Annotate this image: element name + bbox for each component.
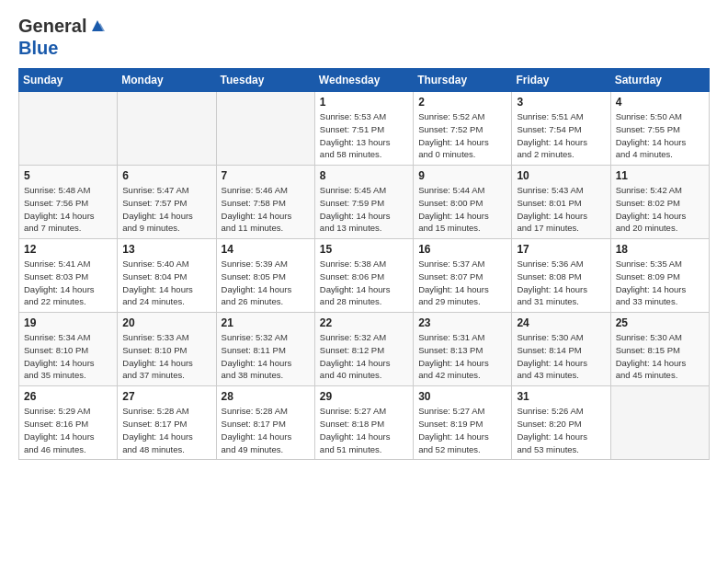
day-number: 29 [320, 390, 408, 403]
day-number: 26 [24, 390, 112, 403]
calendar-cell: 18Sunrise: 5:35 AM Sunset: 8:09 PM Dayli… [610, 239, 709, 313]
calendar-cell [610, 386, 709, 460]
day-info: Sunrise: 5:48 AM Sunset: 7:56 PM Dayligh… [24, 184, 112, 235]
calendar-cell [118, 92, 216, 166]
logo-blue-text: Blue [18, 37, 58, 59]
day-number: 18 [616, 243, 704, 256]
day-number: 28 [222, 390, 310, 403]
calendar-cell: 15Sunrise: 5:38 AM Sunset: 8:06 PM Dayli… [314, 239, 413, 313]
calendar-cell: 2Sunrise: 5:52 AM Sunset: 7:52 PM Daylig… [414, 92, 512, 166]
calendar-cell: 12Sunrise: 5:41 AM Sunset: 8:03 PM Dayli… [19, 239, 118, 313]
day-number: 3 [517, 96, 605, 109]
day-number: 24 [517, 316, 605, 329]
day-number: 9 [418, 169, 506, 182]
calendar-cell: 3Sunrise: 5:51 AM Sunset: 7:54 PM Daylig… [512, 92, 610, 166]
calendar-cell: 1Sunrise: 5:53 AM Sunset: 7:51 PM Daylig… [314, 92, 413, 166]
calendar-cell: 19Sunrise: 5:34 AM Sunset: 8:10 PM Dayli… [19, 313, 118, 386]
calendar-cell: 25Sunrise: 5:30 AM Sunset: 8:15 PM Dayli… [610, 313, 709, 386]
calendar-cell: 4Sunrise: 5:50 AM Sunset: 7:55 PM Daylig… [610, 92, 709, 166]
day-info: Sunrise: 5:39 AM Sunset: 8:05 PM Dayligh… [222, 258, 310, 308]
day-number: 10 [517, 169, 605, 182]
header: General Blue [18, 15, 710, 59]
day-number: 14 [222, 243, 310, 256]
calendar-header-cell: Friday [512, 69, 610, 92]
day-number: 25 [616, 316, 704, 329]
calendar-week-row: 5Sunrise: 5:48 AM Sunset: 7:56 PM Daylig… [19, 166, 710, 239]
day-info: Sunrise: 5:34 AM Sunset: 8:10 PM Dayligh… [24, 331, 112, 382]
calendar-cell: 24Sunrise: 5:30 AM Sunset: 8:14 PM Dayli… [512, 313, 610, 386]
day-info: Sunrise: 5:47 AM Sunset: 7:57 PM Dayligh… [122, 184, 210, 235]
day-info: Sunrise: 5:30 AM Sunset: 8:15 PM Dayligh… [616, 331, 704, 382]
calendar-cell: 17Sunrise: 5:36 AM Sunset: 8:08 PM Dayli… [512, 239, 610, 313]
calendar-week-row: 12Sunrise: 5:41 AM Sunset: 8:03 PM Dayli… [19, 239, 710, 313]
day-info: Sunrise: 5:35 AM Sunset: 8:09 PM Dayligh… [616, 258, 704, 308]
day-info: Sunrise: 5:32 AM Sunset: 8:12 PM Dayligh… [320, 331, 408, 382]
day-info: Sunrise: 5:41 AM Sunset: 8:03 PM Dayligh… [24, 258, 112, 308]
day-number: 15 [320, 243, 408, 256]
day-number: 2 [418, 96, 506, 109]
calendar-week-row: 26Sunrise: 5:29 AM Sunset: 8:16 PM Dayli… [19, 386, 710, 460]
day-number: 11 [616, 169, 704, 182]
calendar-header-cell: Sunday [19, 69, 118, 92]
logo-general-text: General [18, 15, 86, 37]
calendar-cell: 14Sunrise: 5:39 AM Sunset: 8:05 PM Dayli… [216, 239, 314, 313]
calendar-cell: 26Sunrise: 5:29 AM Sunset: 8:16 PM Dayli… [19, 386, 118, 460]
day-number: 13 [122, 243, 210, 256]
calendar-header-cell: Wednesday [314, 69, 413, 92]
calendar-header-cell: Monday [118, 69, 216, 92]
day-info: Sunrise: 5:26 AM Sunset: 8:20 PM Dayligh… [517, 405, 605, 455]
calendar-cell: 11Sunrise: 5:42 AM Sunset: 8:02 PM Dayli… [610, 166, 709, 239]
calendar-cell: 20Sunrise: 5:33 AM Sunset: 8:10 PM Dayli… [118, 313, 216, 386]
day-info: Sunrise: 5:42 AM Sunset: 8:02 PM Dayligh… [616, 184, 704, 235]
calendar-cell [19, 92, 118, 166]
day-info: Sunrise: 5:44 AM Sunset: 8:00 PM Dayligh… [418, 184, 506, 235]
calendar-cell: 6Sunrise: 5:47 AM Sunset: 7:57 PM Daylig… [118, 166, 216, 239]
logo: General Blue [18, 15, 107, 59]
day-info: Sunrise: 5:46 AM Sunset: 7:58 PM Dayligh… [222, 184, 310, 235]
calendar-week-row: 1Sunrise: 5:53 AM Sunset: 7:51 PM Daylig… [19, 92, 710, 166]
calendar-cell: 30Sunrise: 5:27 AM Sunset: 8:19 PM Dayli… [414, 386, 512, 460]
calendar-cell: 13Sunrise: 5:40 AM Sunset: 8:04 PM Dayli… [118, 239, 216, 313]
calendar-header-cell: Tuesday [216, 69, 314, 92]
calendar-cell: 27Sunrise: 5:28 AM Sunset: 8:17 PM Dayli… [118, 386, 216, 460]
day-info: Sunrise: 5:38 AM Sunset: 8:06 PM Dayligh… [320, 258, 408, 308]
day-info: Sunrise: 5:27 AM Sunset: 8:18 PM Dayligh… [320, 405, 408, 455]
calendar-cell [216, 92, 314, 166]
calendar-cell: 10Sunrise: 5:43 AM Sunset: 8:01 PM Dayli… [512, 166, 610, 239]
day-number: 27 [122, 390, 210, 403]
calendar-body: 1Sunrise: 5:53 AM Sunset: 7:51 PM Daylig… [19, 92, 710, 460]
day-info: Sunrise: 5:52 AM Sunset: 7:52 PM Dayligh… [418, 110, 506, 161]
calendar-cell: 21Sunrise: 5:32 AM Sunset: 8:11 PM Dayli… [216, 313, 314, 386]
calendar-cell: 29Sunrise: 5:27 AM Sunset: 8:18 PM Dayli… [314, 386, 413, 460]
day-info: Sunrise: 5:31 AM Sunset: 8:13 PM Dayligh… [418, 331, 506, 382]
day-info: Sunrise: 5:36 AM Sunset: 8:08 PM Dayligh… [517, 258, 605, 308]
day-number: 30 [418, 390, 506, 403]
day-number: 1 [320, 96, 408, 109]
page: General Blue SundayMondayTuesdayWednesda… [0, 0, 728, 563]
day-info: Sunrise: 5:50 AM Sunset: 7:55 PM Dayligh… [616, 110, 704, 161]
day-number: 31 [517, 390, 605, 403]
day-number: 22 [320, 316, 408, 329]
calendar-cell: 28Sunrise: 5:28 AM Sunset: 8:17 PM Dayli… [216, 386, 314, 460]
calendar-week-row: 19Sunrise: 5:34 AM Sunset: 8:10 PM Dayli… [19, 313, 710, 386]
day-number: 5 [24, 169, 112, 182]
day-number: 23 [418, 316, 506, 329]
day-info: Sunrise: 5:27 AM Sunset: 8:19 PM Dayligh… [418, 405, 506, 455]
day-number: 16 [418, 243, 506, 256]
day-info: Sunrise: 5:43 AM Sunset: 8:01 PM Dayligh… [517, 184, 605, 235]
day-info: Sunrise: 5:51 AM Sunset: 7:54 PM Dayligh… [517, 110, 605, 161]
day-info: Sunrise: 5:28 AM Sunset: 8:17 PM Dayligh… [122, 405, 210, 455]
calendar-header-row: SundayMondayTuesdayWednesdayThursdayFrid… [19, 69, 710, 92]
day-info: Sunrise: 5:30 AM Sunset: 8:14 PM Dayligh… [517, 331, 605, 382]
day-info: Sunrise: 5:40 AM Sunset: 8:04 PM Dayligh… [122, 258, 210, 308]
day-number: 6 [122, 169, 210, 182]
day-info: Sunrise: 5:53 AM Sunset: 7:51 PM Dayligh… [320, 110, 408, 161]
calendar-cell: 31Sunrise: 5:26 AM Sunset: 8:20 PM Dayli… [512, 386, 610, 460]
calendar-header-cell: Thursday [414, 69, 512, 92]
calendar-cell: 22Sunrise: 5:32 AM Sunset: 8:12 PM Dayli… [314, 313, 413, 386]
day-number: 19 [24, 316, 112, 329]
logo-icon [88, 17, 107, 35]
day-number: 12 [24, 243, 112, 256]
day-number: 17 [517, 243, 605, 256]
day-number: 20 [122, 316, 210, 329]
